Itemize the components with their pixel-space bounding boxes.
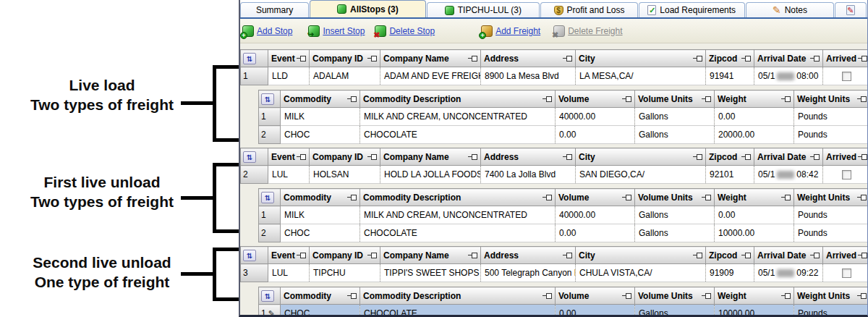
pin-icon[interactable]	[347, 194, 357, 200]
col-header-city[interactable]: City	[576, 50, 706, 67]
pin-icon[interactable]	[563, 252, 572, 258]
col-header-commodity-description[interactable]: Commodity Description	[360, 287, 556, 305]
pin-icon[interactable]	[468, 153, 477, 160]
col-header-volume[interactable]: Volume	[556, 90, 635, 108]
pin-icon[interactable]	[693, 153, 702, 160]
cell-arrival-date[interactable]: 05/108:42	[754, 166, 823, 184]
row-header[interactable]: 1	[259, 206, 281, 224]
pin-icon[interactable]	[468, 55, 477, 62]
cell-commodity[interactable]: CHOC	[281, 126, 360, 144]
row-header[interactable]: 1	[259, 108, 281, 126]
pin-icon[interactable]	[622, 292, 631, 299]
col-header-zipcod[interactable]: Zipcod	[706, 50, 754, 67]
tab-allstops[interactable]: AllStops (3)	[310, 0, 426, 17]
col-header-company-id[interactable]: Company ID	[310, 50, 380, 67]
grid-corner-cell[interactable]	[241, 148, 268, 166]
pin-icon[interactable]	[781, 292, 791, 299]
pin-icon[interactable]	[702, 96, 711, 102]
col-header-city[interactable]: City	[576, 247, 706, 264]
cell-volume-units[interactable]: Gallons	[635, 206, 715, 224]
col-header-weight[interactable]: Weight	[715, 189, 794, 206]
pin-icon[interactable]	[563, 55, 572, 62]
pin-icon[interactable]	[542, 194, 552, 200]
cell-address[interactable]: 8900 La Mesa Blvd	[481, 67, 576, 85]
grid-corner-cell[interactable]	[259, 90, 281, 108]
row-header[interactable]: 3	[241, 264, 268, 282]
cell-zipcod[interactable]: 92101	[706, 166, 754, 184]
insert-stop-button[interactable]: ↪ Insert Stop	[308, 25, 365, 37]
pin-icon[interactable]	[297, 153, 306, 160]
row-selector-icon[interactable]	[243, 53, 256, 64]
col-header-weight-units[interactable]: Weight Units	[794, 90, 868, 108]
col-header-volume[interactable]: Volume	[556, 189, 635, 206]
cell-volume-units[interactable]: Gallons	[635, 126, 715, 144]
pin-icon[interactable]	[810, 55, 820, 62]
col-header-weight-units[interactable]: Weight Units	[794, 287, 868, 305]
pin-icon[interactable]	[347, 292, 357, 299]
pin-icon[interactable]	[367, 55, 377, 62]
pin-icon[interactable]	[858, 55, 867, 62]
cell-company-name[interactable]: TIPPI'S SWEET SHOPS	[380, 264, 481, 282]
pin-icon[interactable]	[542, 96, 552, 102]
cell-arrival-date[interactable]: 05/109:22	[754, 264, 823, 282]
grid-corner-cell[interactable]	[259, 287, 281, 305]
col-header-arrived[interactable]: Arrived	[823, 247, 868, 264]
col-header-volume-units[interactable]: Volume Units	[635, 189, 715, 206]
pin-icon[interactable]	[741, 153, 751, 160]
tab-tipchu-lul[interactable]: TIPCHU-LUL (3)	[427, 2, 540, 17]
cell-weight[interactable]: 0.00	[715, 206, 794, 224]
col-header-weight[interactable]: Weight	[715, 287, 794, 305]
col-header-weight-units[interactable]: Weight Units	[794, 189, 868, 206]
cell-weight[interactable]: 20000.00	[715, 126, 794, 144]
grid-corner-cell[interactable]	[241, 50, 268, 67]
tab-profit-and-loss[interactable]: $ Profit and Loss	[540, 2, 638, 17]
col-header-volume[interactable]: Volume	[556, 287, 635, 305]
cell-company-id[interactable]: TIPCHU	[310, 264, 380, 282]
cell-weight-units[interactable]: Pounds	[794, 206, 868, 224]
add-freight-label[interactable]: Add Freight	[495, 26, 540, 36]
pin-icon[interactable]	[702, 194, 711, 200]
cell-volume[interactable]: 0.00	[556, 126, 635, 144]
arrived-checkbox[interactable]	[842, 170, 851, 179]
insert-stop-label[interactable]: Insert Stop	[323, 26, 365, 36]
cell-volume[interactable]: 0.00	[556, 305, 635, 317]
grid-corner-cell[interactable]	[241, 247, 268, 264]
col-header-company-name[interactable]: Company Name	[380, 247, 481, 264]
col-header-commodity[interactable]: Commodity	[281, 189, 360, 206]
cell-description[interactable]: MILK AND CREAM, UNCONCENTRATED	[360, 108, 556, 126]
col-header-company-id[interactable]: Company ID	[310, 247, 380, 264]
col-header-arrival-date[interactable]: Arrival Date	[754, 50, 823, 67]
row-selector-icon[interactable]	[243, 250, 256, 261]
col-header-volume-units[interactable]: Volume Units	[635, 287, 715, 305]
cell-volume-units[interactable]: Gallons	[635, 108, 715, 126]
cell-commodity[interactable]: CHOC	[281, 224, 360, 242]
col-header-event[interactable]: Event	[268, 247, 310, 264]
cell-weight-units[interactable]: Pounds	[794, 305, 868, 317]
pin-icon[interactable]	[563, 153, 572, 160]
pin-icon[interactable]	[347, 96, 357, 102]
cell-weight[interactable]: 10000.00	[715, 224, 794, 242]
pin-icon[interactable]	[297, 55, 306, 62]
row-header[interactable]: 2	[259, 224, 281, 242]
tab-summary[interactable]: Summary	[240, 2, 309, 17]
cell-volume-units[interactable]: Gallons	[635, 305, 715, 317]
pin-icon[interactable]	[542, 292, 552, 299]
cell-company-name[interactable]: ADAM AND EVE FREIGHT...	[380, 67, 481, 85]
row-selector-icon[interactable]	[261, 290, 274, 302]
col-header-city[interactable]: City	[576, 148, 706, 166]
pin-icon[interactable]	[622, 96, 631, 102]
add-stop-button[interactable]: + Add Stop	[242, 25, 292, 37]
cell-weight[interactable]: 0.00	[715, 108, 794, 126]
col-header-commodity-description[interactable]: Commodity Description	[360, 189, 556, 206]
col-header-arrived[interactable]: Arrived	[823, 50, 868, 67]
delete-freight-button[interactable]: ✖ Delete Freight	[553, 25, 622, 37]
delete-stop-button[interactable]: ✖ Delete Stop	[375, 25, 435, 37]
pin-icon[interactable]	[858, 252, 867, 258]
col-header-commodity[interactable]: Commodity	[281, 90, 360, 108]
cell-arrival-date[interactable]: 05/108:00	[754, 67, 823, 85]
col-header-event[interactable]: Event	[268, 148, 310, 166]
col-header-zipcod[interactable]: Zipcod	[706, 148, 754, 166]
cell-arrived[interactable]	[823, 67, 868, 85]
col-header-company-name[interactable]: Company Name	[380, 50, 481, 67]
cell-company-id[interactable]: HOLSAN	[310, 166, 380, 184]
